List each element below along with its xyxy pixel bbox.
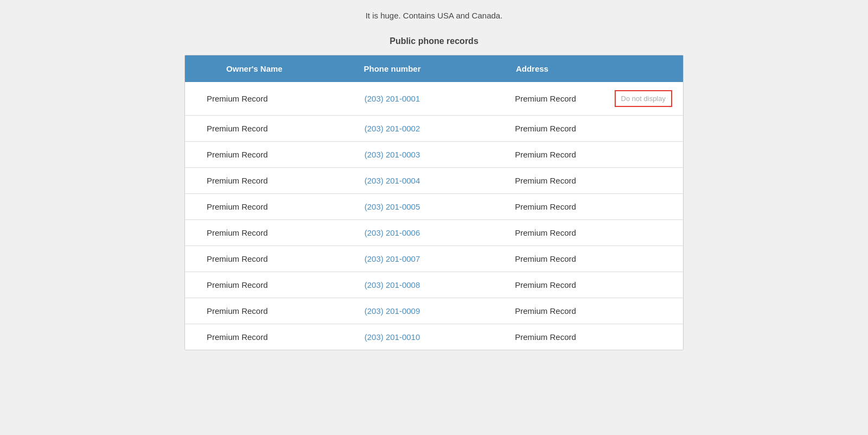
page-wrapper: It is huge. Contains USA and Canada. Pub… <box>174 0 694 361</box>
page-subtitle: It is huge. Contains USA and Canada. <box>184 11 684 20</box>
cell-owner: Premium Record <box>185 168 324 194</box>
cell-owner: Premium Record <box>185 298 324 324</box>
cell-action <box>604 168 683 194</box>
phone-link[interactable]: (203) 201-0004 <box>365 176 420 185</box>
cell-owner: Premium Record <box>185 116 324 142</box>
table-row: Premium Record(203) 201-0001Premium Reco… <box>185 82 683 116</box>
table-row: Premium Record(203) 201-0004Premium Reco… <box>185 168 683 194</box>
cell-action <box>604 298 683 324</box>
cell-action <box>604 246 683 272</box>
phone-link[interactable]: (203) 201-0008 <box>365 280 420 289</box>
table-row: Premium Record(203) 201-0009Premium Reco… <box>185 298 683 324</box>
table-container: Owner's Name Phone number Address Premiu… <box>184 55 684 350</box>
cell-owner: Premium Record <box>185 142 324 168</box>
cell-action <box>604 194 683 220</box>
phone-link[interactable]: (203) 201-0010 <box>365 332 420 342</box>
cell-phone[interactable]: (203) 201-0009 <box>324 298 461 324</box>
cell-address: Premium Record <box>461 272 603 298</box>
phone-link[interactable]: (203) 201-0006 <box>365 228 420 237</box>
section-title: Public phone records <box>184 36 684 46</box>
table-row: Premium Record(203) 201-0005Premium Reco… <box>185 194 683 220</box>
cell-action <box>604 220 683 246</box>
cell-owner: Premium Record <box>185 220 324 246</box>
cell-owner: Premium Record <box>185 272 324 298</box>
cell-phone[interactable]: (203) 201-0001 <box>324 82 461 116</box>
cell-phone[interactable]: (203) 201-0004 <box>324 168 461 194</box>
cell-address: Premium Record <box>461 142 603 168</box>
table-header-row: Owner's Name Phone number Address <box>185 55 683 82</box>
col-address: Address <box>461 55 603 82</box>
do-not-display-button[interactable]: Do not display <box>615 90 672 107</box>
phone-link[interactable]: (203) 201-0009 <box>365 306 420 316</box>
cell-owner: Premium Record <box>185 324 324 350</box>
phone-link[interactable]: (203) 201-0001 <box>365 94 420 103</box>
cell-action: Do not display <box>604 82 683 116</box>
cell-owner: Premium Record <box>185 246 324 272</box>
phone-link[interactable]: (203) 201-0005 <box>365 202 420 211</box>
phone-link[interactable]: (203) 201-0007 <box>365 254 420 263</box>
phone-link[interactable]: (203) 201-0002 <box>365 124 420 133</box>
table-row: Premium Record(203) 201-0008Premium Reco… <box>185 272 683 298</box>
cell-phone[interactable]: (203) 201-0007 <box>324 246 461 272</box>
table-row: Premium Record(203) 201-0006Premium Reco… <box>185 220 683 246</box>
phone-link[interactable]: (203) 201-0003 <box>365 150 420 159</box>
cell-action <box>604 324 683 350</box>
cell-action <box>604 116 683 142</box>
cell-address: Premium Record <box>461 168 603 194</box>
cell-action <box>604 142 683 168</box>
table-row: Premium Record(203) 201-0003Premium Reco… <box>185 142 683 168</box>
cell-owner: Premium Record <box>185 194 324 220</box>
col-actions <box>604 55 683 82</box>
records-table: Owner's Name Phone number Address Premiu… <box>185 55 683 350</box>
cell-action <box>604 272 683 298</box>
cell-phone[interactable]: (203) 201-0006 <box>324 220 461 246</box>
table-row: Premium Record(203) 201-0002Premium Reco… <box>185 116 683 142</box>
cell-phone[interactable]: (203) 201-0008 <box>324 272 461 298</box>
cell-address: Premium Record <box>461 82 603 116</box>
cell-phone[interactable]: (203) 201-0003 <box>324 142 461 168</box>
cell-phone[interactable]: (203) 201-0002 <box>324 116 461 142</box>
table-row: Premium Record(203) 201-0007Premium Reco… <box>185 246 683 272</box>
table-body: Premium Record(203) 201-0001Premium Reco… <box>185 82 683 350</box>
cell-phone[interactable]: (203) 201-0005 <box>324 194 461 220</box>
cell-phone[interactable]: (203) 201-0010 <box>324 324 461 350</box>
col-phone-number: Phone number <box>324 55 461 82</box>
cell-address: Premium Record <box>461 116 603 142</box>
table-row: Premium Record(203) 201-0010Premium Reco… <box>185 324 683 350</box>
cell-owner: Premium Record <box>185 82 324 116</box>
cell-address: Premium Record <box>461 298 603 324</box>
col-owner-name: Owner's Name <box>185 55 324 82</box>
cell-address: Premium Record <box>461 324 603 350</box>
cell-address: Premium Record <box>461 194 603 220</box>
cell-address: Premium Record <box>461 246 603 272</box>
cell-address: Premium Record <box>461 220 603 246</box>
